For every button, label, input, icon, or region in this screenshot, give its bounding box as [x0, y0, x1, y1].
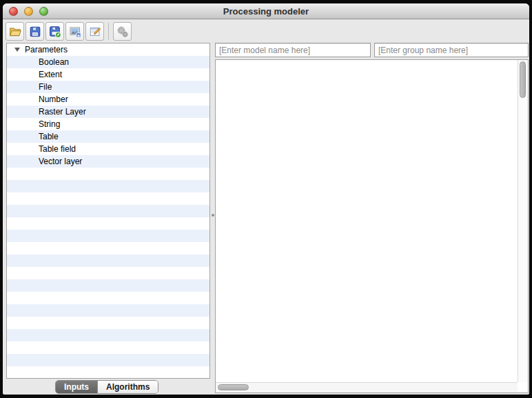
tree-row-vector-layer[interactable]: Vector layer	[7, 155, 209, 168]
tree-item-label: Raster Layer	[39, 106, 86, 118]
tree-item-label: File	[39, 81, 52, 93]
edit-model-help-button[interactable]	[85, 22, 104, 41]
floppy-save-icon	[29, 26, 41, 38]
toolbar	[3, 20, 529, 43]
tree-row-file[interactable]: File	[7, 81, 209, 93]
tree-item-label: Number	[39, 93, 68, 106]
toolbar-separator	[108, 23, 109, 40]
disclosure-triangle-icon[interactable]	[14, 48, 20, 52]
zoom-button[interactable]	[39, 7, 48, 16]
tab-inputs[interactable]: Inputs	[56, 381, 98, 393]
edit-help-icon	[89, 26, 101, 38]
tree-row-table-field[interactable]: Table field	[7, 143, 209, 155]
model-name-input[interactable]	[215, 43, 371, 57]
tab-algorithms[interactable]: Algorithms	[98, 381, 158, 393]
screenshot-root: Processing modeler	[0, 0, 532, 398]
minimize-button[interactable]	[24, 7, 33, 16]
tree-item-label: Vector layer	[39, 155, 82, 168]
tree-row-boolean[interactable]: Boolean	[7, 56, 209, 68]
tree-row-number[interactable]: Number	[7, 93, 209, 106]
floppy-save-as-icon	[49, 26, 61, 38]
tree-item-label: Boolean	[39, 56, 69, 68]
inputs-tree-panel: Parameters Boolean Extent File Number Ra…	[6, 43, 210, 379]
save-model-button[interactable]	[25, 22, 44, 41]
title-bar[interactable]: Processing modeler	[3, 3, 529, 19]
processing-modeler-window: Processing modeler	[3, 3, 529, 395]
tree-row-extent[interactable]: Extent	[7, 68, 209, 81]
export-as-image-button[interactable]	[65, 22, 84, 41]
scrollbar-corner	[518, 382, 528, 392]
vertical-scrollbar[interactable]	[518, 60, 528, 382]
sidebar-tabbar: Inputs Algorithms	[55, 380, 158, 394]
tree-item-label: String	[39, 118, 60, 130]
tree-root-label: Parameters	[25, 43, 68, 56]
run-model-button[interactable]	[113, 22, 132, 41]
vertical-scrollbar-thumb[interactable]	[520, 61, 526, 98]
group-name-input[interactable]	[374, 43, 529, 57]
tree-item-label: Table	[39, 130, 59, 143]
horizontal-scrollbar[interactable]	[216, 382, 518, 392]
tree-item-label: Extent	[39, 68, 62, 81]
tree-item-label: Table field	[39, 143, 76, 155]
traffic-lights	[9, 7, 48, 16]
model-canvas[interactable]	[215, 59, 529, 393]
save-model-as-button[interactable]	[45, 22, 64, 41]
open-model-button[interactable]	[6, 22, 24, 41]
close-button[interactable]	[9, 7, 18, 16]
window-title: Processing modeler	[3, 3, 529, 19]
gears-icon	[116, 26, 129, 38]
tree-row-parameters[interactable]: Parameters	[7, 43, 209, 56]
folder-open-icon	[9, 26, 21, 38]
tree-row-raster-layer[interactable]: Raster Layer	[7, 106, 209, 118]
tree-row-table[interactable]: Table	[7, 130, 209, 143]
export-image-icon	[69, 26, 81, 38]
horizontal-scrollbar-thumb[interactable]	[218, 384, 249, 390]
tree-row-string[interactable]: String	[7, 118, 209, 130]
